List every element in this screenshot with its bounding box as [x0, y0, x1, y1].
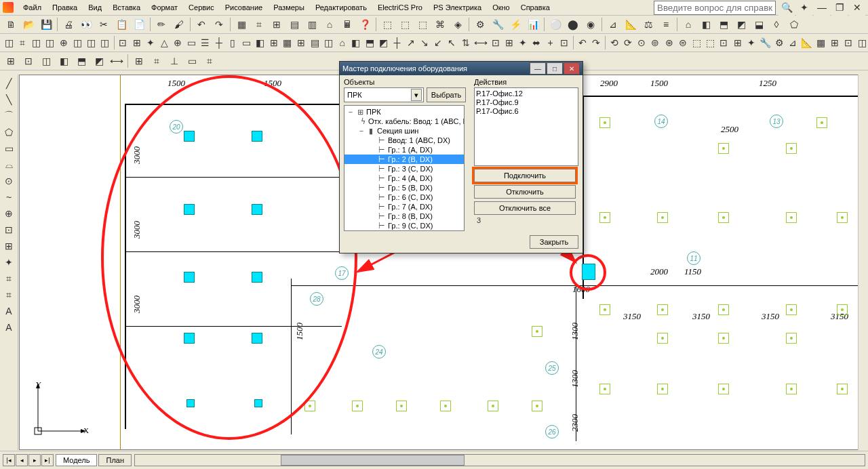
search-icon[interactable]: 🔍	[778, 0, 795, 16]
star-icon[interactable]: ✦	[796, 0, 812, 16]
device[interactable]	[786, 333, 797, 344]
draw-tool-button[interactable]: A	[1, 304, 17, 319]
toolbar-button[interactable]: ◩	[733, 16, 749, 33]
restore-icon[interactable]: ❐	[831, 0, 848, 16]
toolbar-button[interactable]: ⊕	[172, 35, 184, 51]
menu-insert[interactable]: Вставка	[107, 1, 146, 14]
toolbar-button[interactable]: ↙	[432, 35, 444, 51]
toolbar-button[interactable]: ↘	[418, 35, 431, 51]
toolbar-button[interactable]: ◫	[3, 35, 15, 51]
toolbar-button[interactable]: ⌂	[336, 35, 349, 51]
menu-edit[interactable]: Правка	[47, 1, 83, 14]
menu-edit2[interactable]: Редактировать	[310, 1, 372, 14]
toolbar-button[interactable]: ⊙	[635, 35, 648, 51]
device[interactable]	[816, 117, 827, 128]
toolbar-button[interactable]: 🖌	[171, 16, 187, 33]
toolbar-button[interactable]: 🖨	[60, 16, 77, 33]
toolbar-button[interactable]: ◫	[85, 35, 97, 51]
toolbar-button[interactable]: ◧	[254, 35, 266, 51]
toolbar-button[interactable]: ↶	[576, 35, 589, 51]
tree-item[interactable]: ϟОтх. кабель: Ввод: 1 (ABC, DX	[344, 117, 464, 126]
toolbar-button[interactable]: 📐	[623, 16, 639, 33]
toolbar-button[interactable]: 📄	[131, 16, 147, 33]
toolbar-button[interactable]: ✂	[96, 16, 112, 33]
toolbar-button[interactable]: ▭	[240, 35, 252, 51]
device[interactable]	[786, 143, 797, 154]
toolbar-button[interactable]: ┼	[213, 35, 225, 51]
device[interactable]	[837, 304, 848, 315]
toolbar-button[interactable]: ⬒	[363, 35, 376, 51]
draw-tool-button[interactable]: A	[1, 320, 17, 335]
menu-electrics[interactable]: ElectriCS Pro	[372, 1, 428, 14]
device[interactable]	[599, 117, 610, 128]
menu-dims[interactable]: Размеры	[268, 1, 310, 14]
device[interactable]	[440, 401, 451, 411]
toolbar-button[interactable]: ◫	[98, 35, 111, 51]
draw-tool-button[interactable]: ⊞	[1, 239, 17, 253]
menu-tools[interactable]: Сервис	[183, 1, 220, 14]
toolbar-button[interactable]: ⊛	[663, 35, 675, 51]
toolbar-button[interactable]: ⌘	[432, 16, 448, 33]
device[interactable]	[718, 333, 729, 344]
toolbar-button[interactable]: ⊡	[842, 35, 854, 51]
toolbar-button[interactable]: ⌂	[680, 16, 696, 33]
toolbar-button[interactable]: ⊡	[20, 53, 37, 69]
toolbar-button[interactable]: ⟳	[622, 35, 634, 51]
device[interactable]	[352, 401, 363, 411]
select-button[interactable]: Выбрать	[427, 87, 466, 102]
toolbar-button[interactable]: ⊞	[829, 35, 841, 51]
device[interactable]	[396, 401, 407, 411]
toolbar-button[interactable]: ⊡	[490, 35, 502, 51]
toolbar-button[interactable]: ◧	[698, 16, 714, 33]
device[interactable]	[532, 401, 542, 411]
toolbar-button[interactable]: ▭	[184, 53, 200, 69]
device[interactable]	[657, 304, 668, 315]
toolbar-button[interactable]: ⊜	[677, 35, 689, 51]
device[interactable]	[718, 384, 729, 394]
tree-item[interactable]: −▮Секция шин	[344, 126, 464, 136]
menu-ps[interactable]: PS Электрика	[428, 1, 487, 14]
toolbar-button[interactable]: ✦	[144, 35, 157, 51]
toolbar-button[interactable]: +	[544, 35, 556, 51]
device[interactable]	[657, 333, 668, 344]
toolbar-button[interactable]: ⊞	[503, 35, 515, 51]
draw-tool-button[interactable]: ⬠	[1, 125, 17, 140]
device[interactable]	[657, 384, 668, 394]
toolbar-button[interactable]: 📊	[525, 16, 541, 33]
toolbar-button[interactable]: ⊕	[58, 35, 70, 51]
toolbar-button[interactable]: ⊞	[131, 53, 147, 69]
toolbar-button[interactable]: 🔧	[759, 35, 772, 51]
toolbar-button[interactable]: ⌂	[321, 16, 338, 33]
draw-tool-button[interactable]: ▭	[1, 141, 17, 156]
vertical-scrollbar[interactable]	[858, 75, 868, 450]
device[interactable]	[532, 326, 542, 337]
toolbar-button[interactable]: ⚙	[773, 35, 785, 51]
draw-tool-button[interactable]: ╱	[1, 76, 17, 91]
device[interactable]	[837, 212, 848, 223]
toolbar-button[interactable]: ▭	[185, 35, 197, 51]
toolbar-button[interactable]: ⬒	[73, 53, 90, 69]
objects-combo[interactable]: ПРК	[344, 87, 424, 102]
toolbar-button[interactable]: ⬤	[565, 16, 581, 33]
toolbar-button[interactable]: ☰	[199, 35, 212, 51]
device[interactable]	[837, 384, 848, 394]
tree-item[interactable]: ⊢Гр.: 5 (B, DX)	[344, 183, 464, 192]
toolbar-button[interactable]: △	[158, 35, 170, 51]
menu-file[interactable]: Файл	[18, 1, 47, 14]
list-item[interactable]: Р.17-Офис.9	[476, 98, 576, 107]
tree-item[interactable]: ⊢Гр.: 9 (C, DX)	[344, 221, 464, 230]
menu-help[interactable]: Справка	[515, 1, 555, 14]
tree-item[interactable]: ⊢Ввод: 1 (ABC, DX)	[344, 136, 464, 145]
tree-item[interactable]: ⊢Гр.: 3 (C, DX)	[344, 164, 464, 174]
toolbar-button[interactable]: 📂	[20, 16, 37, 33]
device[interactable]	[599, 384, 610, 394]
tree-item[interactable]: ⊢Гр.: 8 (B, DX)	[344, 211, 464, 221]
dialog-titlebar[interactable]: Мастер подключения оборудования — □ ✕	[340, 62, 583, 75]
draw-tool-button[interactable]: ✦	[1, 255, 17, 270]
connect-button[interactable]: Подключить	[474, 169, 576, 182]
device[interactable]	[657, 212, 668, 223]
toolbar-button[interactable]: ◩	[377, 35, 389, 51]
close-icon[interactable]: ✕	[849, 0, 865, 16]
draw-tool-button[interactable]: ╲	[1, 92, 17, 107]
toolbar-button[interactable]: ✏	[153, 16, 170, 33]
